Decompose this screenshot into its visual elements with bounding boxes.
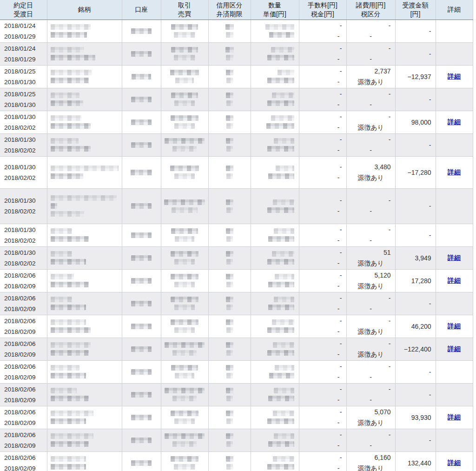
detail-link[interactable]: 詳細 (448, 345, 461, 352)
table-row: 2018/02/062018/02/09---源徴あり−122,400詳細 (0, 338, 473, 360)
cell-detail: 詳細 (436, 451, 473, 471)
redacted-text-block (170, 70, 199, 75)
settle-date: 2018/02/02 (4, 235, 47, 246)
tax-value: - (299, 281, 346, 292)
tax-value: - (299, 145, 346, 156)
cell-settlement-amount: - (395, 360, 436, 383)
cell-detail: 詳細 (436, 65, 473, 88)
cell-quantity-price (251, 156, 299, 188)
redacted-text-block (131, 97, 152, 102)
detail-link[interactable]: 詳細 (448, 254, 461, 261)
col-header-stock-name: 銘柄 (47, 0, 122, 20)
detail-link[interactable]: 詳細 (448, 459, 461, 466)
cell-account (122, 292, 161, 315)
redacted-text-block (131, 51, 152, 57)
cell-fee-tax: -- (299, 406, 346, 429)
redacted-text-block (272, 319, 294, 325)
cost-value: - (347, 384, 395, 395)
settle-date: 2018/01/29 (4, 54, 47, 65)
settlement-amount-value: - (396, 50, 431, 58)
cell-trade-type (161, 246, 208, 269)
redacted-text-block (174, 55, 195, 60)
cell-dates: 2018/01/302018/02/02 (0, 188, 47, 224)
tax-class-value: 源徴あり (347, 258, 395, 269)
cell-account (122, 188, 161, 224)
redacted-text-block (131, 460, 152, 466)
detail-link[interactable]: 詳細 (448, 322, 461, 330)
tax-class-value: - (347, 304, 395, 314)
redacted-text-block (131, 415, 152, 420)
cell-settlement-amount: 46,200 (395, 315, 436, 338)
table-row: 2018/01/302018/02/02----- (0, 188, 473, 224)
redacted-text-block (165, 388, 205, 393)
settle-date: 2018/02/09 (4, 395, 47, 405)
cell-trade-type (161, 65, 208, 88)
redacted-text-block (226, 327, 233, 333)
redacted-text-block (51, 211, 84, 217)
header-label-margin-class: 信用区分 (209, 1, 251, 10)
trade-date: 2018/01/30 (4, 195, 47, 206)
header-label-settlement-yen: [円] (396, 10, 436, 19)
detail-link[interactable]: 詳細 (448, 73, 461, 80)
cell-stock-name (47, 20, 122, 42)
cost-value: 5,120 (347, 270, 395, 281)
redacted-text-block (51, 138, 79, 144)
redacted-text-block (51, 236, 89, 242)
cell-stock-name (47, 246, 122, 269)
cell-settlement-amount: 98,000 (395, 111, 436, 133)
cell-fee-tax: -- (299, 111, 346, 133)
cell-fee-tax: -- (299, 65, 346, 88)
cell-detail (436, 133, 473, 156)
header-label-detail: 詳細 (436, 5, 473, 14)
cell-margin-class (208, 20, 251, 42)
cell-cost-taxclass: -源徴あり (346, 338, 395, 360)
table-header: 約定日 受渡日 銘柄 口座 取引 売買 信用区分 弁済期限 数量 単価[円] (0, 0, 473, 20)
cell-stock-name (47, 429, 122, 451)
cell-account (122, 315, 161, 338)
redacted-text-block (174, 282, 195, 287)
cell-margin-class (208, 315, 251, 338)
redacted-text-block (51, 24, 91, 30)
settle-date: 2018/02/02 (4, 172, 47, 183)
tax-class-value: - (347, 372, 395, 383)
redacted-text-block (175, 373, 194, 378)
cell-settlement-amount: 3,949 (395, 246, 436, 269)
redacted-text-block (267, 418, 294, 424)
fee-value: - (299, 134, 346, 145)
cell-account (122, 451, 161, 471)
table-body: 2018/01/242018/01/29-----2018/01/242018/… (0, 20, 473, 471)
cost-value: 3,480 (347, 162, 395, 172)
redacted-text-block (276, 166, 294, 171)
cell-margin-class (208, 406, 251, 429)
redacted-text-block (226, 100, 233, 106)
settle-date: 2018/02/09 (4, 349, 47, 360)
redacted-text-block (51, 259, 86, 265)
tax-value: - (299, 258, 346, 269)
cell-settlement-amount: - (395, 88, 436, 111)
detail-link[interactable]: 詳細 (448, 277, 461, 284)
redacted-text-block (131, 142, 152, 148)
redacted-text-block (51, 433, 93, 439)
redacted-text-block (226, 319, 233, 325)
cell-fee-tax: -- (299, 292, 346, 315)
detail-link[interactable]: 詳細 (448, 413, 461, 421)
redacted-text-block (131, 392, 152, 398)
settle-date: 2018/02/09 (4, 418, 47, 428)
redacted-text-block (131, 119, 152, 125)
detail-link[interactable]: 詳細 (448, 168, 461, 176)
redacted-text-block (171, 93, 198, 98)
table-row: 2018/01/302018/02/02---源徴あり98,000詳細 (0, 111, 473, 133)
redacted-text-block (226, 115, 233, 121)
redacted-text-block (51, 305, 86, 310)
redacted-text-block (267, 327, 294, 333)
cell-account (122, 406, 161, 429)
cell-quantity-price (251, 111, 299, 133)
redacted-text-block (171, 274, 198, 279)
cell-stock-name (47, 111, 122, 133)
header-label-settle-date: 受渡日 (0, 10, 47, 19)
tax-value: - (299, 206, 346, 217)
detail-link[interactable]: 詳細 (448, 118, 461, 126)
redacted-text-block (268, 305, 294, 310)
table-row: 2018/01/252018/01/30--2,737源徴あり−12,937詳細 (0, 65, 473, 88)
settlement-amount-value: - (396, 27, 431, 35)
